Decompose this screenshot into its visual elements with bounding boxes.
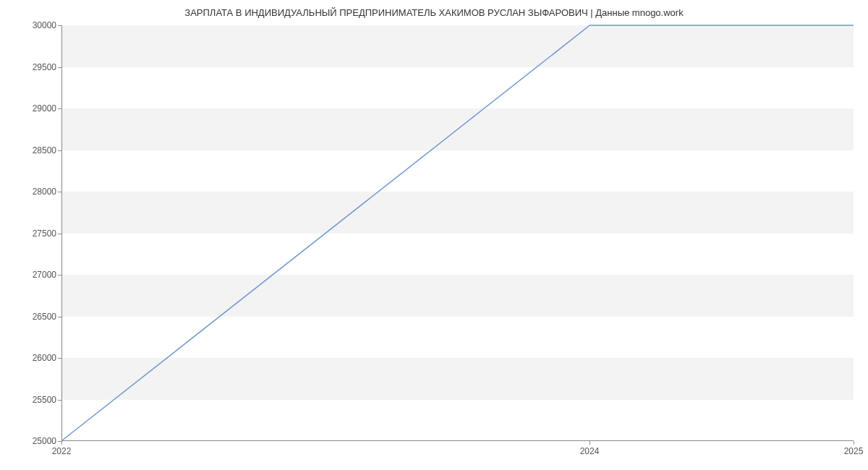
y-tick-label: 28000: [6, 187, 56, 197]
y-tick-label: 29500: [6, 62, 56, 72]
y-tick-mark: [58, 400, 61, 401]
y-tick-mark: [58, 234, 61, 234]
y-tick-label: 27500: [6, 228, 56, 239]
y-tick-mark: [58, 192, 61, 192]
y-tick-mark: [58, 108, 61, 109]
x-tick-mark: [61, 441, 62, 445]
y-tick-label: 29000: [6, 103, 56, 114]
y-tick-mark: [58, 358, 61, 359]
y-tick-label: 26000: [6, 353, 56, 363]
y-tick-label: 25500: [6, 395, 56, 405]
y-tick-label: 28500: [6, 145, 56, 155]
y-tick-mark: [58, 150, 61, 151]
x-tick-label: 2022: [52, 446, 72, 456]
y-tick-mark: [58, 25, 61, 26]
y-tick-label: 26500: [6, 312, 56, 322]
y-tick-label: 30000: [6, 20, 56, 30]
y-tick-mark: [58, 275, 61, 275]
line-series: [62, 25, 854, 440]
x-tick-label: 2024: [580, 446, 600, 456]
chart-title: ЗАРПЛАТА В ИНДИВИДУАЛЬНЫЙ ПРЕДПРИНИМАТЕЛ…: [0, 7, 868, 18]
x-tick-mark: [854, 441, 854, 445]
x-tick-label: 2025: [844, 446, 864, 456]
y-tick-mark: [58, 67, 61, 68]
plot-area: [61, 25, 854, 441]
y-tick-label: 27000: [6, 270, 56, 280]
y-tick-label: 25000: [6, 436, 56, 446]
y-tick-mark: [58, 317, 61, 317]
x-tick-mark: [590, 441, 590, 445]
